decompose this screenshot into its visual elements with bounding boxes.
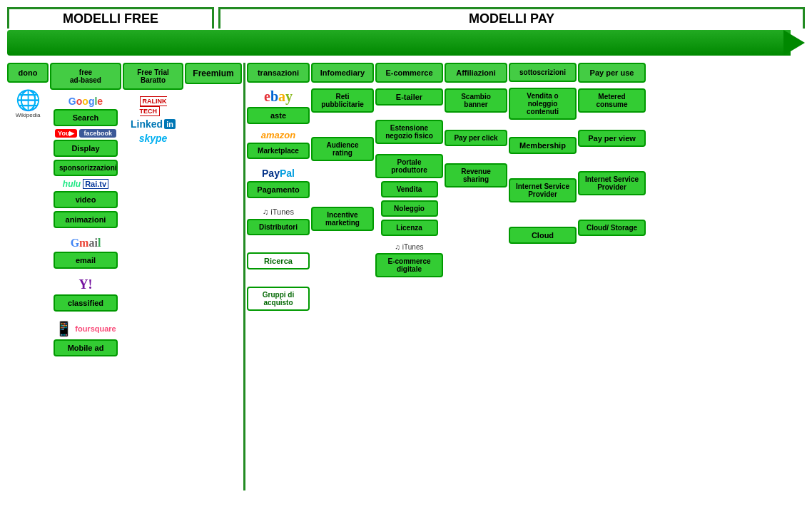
header-payperuse: Pay per use (578, 63, 646, 83)
box-email[interactable]: email (54, 252, 118, 269)
header-freemium: Freemium (185, 63, 242, 84)
box-isp-sott[interactable]: Internet Service Provider (509, 178, 577, 202)
free-label: MODELLI FREE (63, 11, 158, 26)
logo-row-yt-fb: You▶ facebook (55, 129, 116, 138)
box-distributori[interactable]: Distributori (247, 219, 310, 235)
col-infomediary: Infomediary Reti pubblicitarie Audience … (311, 63, 374, 234)
box-display[interactable]: Display (54, 140, 118, 157)
arrow-bar (7, 30, 791, 56)
mobile-icon: 📱 (55, 320, 73, 337)
pay-bracket: MODELLI PAY (218, 7, 805, 29)
box-licenza[interactable]: Licenza (381, 220, 438, 236)
paypal-pal: Pal (280, 168, 295, 179)
box-revenue-sharing[interactable]: Revenue sharing (445, 163, 507, 187)
col-transazioni: transazioni ebay aste amazon Marketplace… (247, 63, 310, 314)
box-incentive-marketing[interactable]: Incentive marketing (311, 207, 374, 231)
box-pagamento[interactable]: Pagamento (247, 181, 310, 198)
header-infomediary: Infomediary (311, 63, 374, 83)
box-vendita[interactable]: Vendita (381, 181, 438, 197)
logo-wikipedia: 🌐 Wikipedia (16, 88, 41, 118)
ralinktech-text: RALINKTECH (140, 96, 167, 116)
box-portale-produttore[interactable]: Portale produttore (375, 154, 443, 178)
wiki-globe-icon: 🌐 (16, 89, 41, 111)
hulu-logo: hulu (63, 179, 81, 189)
wikipedia-text: Wikipedia (16, 112, 41, 118)
logo-itunes: ♫ iTunes (263, 207, 294, 217)
col-affiliazioni: Affiliazioni Scambio banner Pay per clic… (445, 63, 507, 190)
box-etailer[interactable]: E-tailer (375, 88, 443, 106)
box-mobile-ad[interactable]: Mobile ad (54, 339, 118, 356)
col-free-trial: Free TrialBaratto RALINKTECH Linked in s… (123, 63, 183, 147)
logo-google: Google (68, 96, 103, 107)
header-ecommerce: E-commerce (375, 63, 443, 83)
page-container: MODELLI FREE MODELLI PAY dono 🌐 Wikipedi… (0, 0, 812, 498)
box-ecommerce-digitale[interactable]: E-commerce digitale (375, 253, 443, 277)
box-reti-pubblicitarie[interactable]: Reti pubblicitarie (311, 88, 374, 113)
logo-ralinktech: RALINKTECH (140, 96, 167, 115)
box-metered-consume[interactable]: Metered consume (578, 88, 646, 113)
box-estensione[interactable]: Estensione negozio fisico (375, 120, 443, 144)
box-animazioni[interactable]: animazioni (54, 211, 118, 228)
arrow-container (7, 30, 805, 56)
col-free-ad: freead-based Google Search You▶ facebook… (50, 63, 121, 359)
logo-amazon: amazon (261, 130, 295, 140)
amazon-text: amazon (261, 130, 295, 140)
box-vendita-noleggio-contenuti[interactable]: Vendita o noleggio contenuti (509, 88, 577, 120)
logo-itunes2: ♫ iTunes (395, 242, 424, 252)
col-ecommerce: E-commerce E-tailer Estensione negozio f… (375, 63, 443, 280)
col-sottoscrizioni: sottoscrizioni Vendita o noleggio conten… (509, 63, 577, 247)
foursquare-logo: foursquare (75, 324, 116, 333)
header-dono: dono (7, 63, 49, 83)
box-classified[interactable]: classified (54, 294, 118, 312)
header-transazioni: transazioni (247, 63, 310, 83)
box-marketplace[interactable]: Marketplace (247, 143, 310, 159)
top-brackets: MODELLI FREE MODELLI PAY (7, 7, 805, 29)
paypal-pay: Pay (262, 168, 280, 179)
box-cloud-storage[interactable]: Cloud/ Storage (578, 220, 646, 236)
box-pay-per-view[interactable]: Pay per view (578, 130, 646, 147)
box-video[interactable]: video (54, 191, 118, 208)
youtube-logo: You▶ (55, 129, 77, 138)
box-noleggio[interactable]: Noleggio (381, 200, 438, 217)
box-ricerca[interactable]: Ricerca (247, 252, 310, 269)
skype-text: skype (139, 133, 168, 144)
raitv-logo: Rai.tv (83, 179, 108, 189)
logo-row-hulu-rai: hulu Rai.tv (63, 179, 108, 189)
box-sponsorizzazioni[interactable]: sponsorizzazioni (54, 160, 118, 176)
facebook-logo: facebook (79, 129, 116, 138)
logo-row-mobile: 📱 foursquare (55, 320, 116, 337)
linkedin-in: in (164, 119, 176, 129)
logo-linkedin-row: Linked in (131, 118, 176, 130)
box-search[interactable]: Search (54, 109, 118, 126)
header-sottoscrizioni: sottoscrizioni (509, 63, 577, 82)
free-bracket: MODELLI FREE (7, 7, 214, 29)
itunes2-text: ♫ iTunes (395, 243, 424, 251)
header-affiliazioni: Affiliazioni (445, 63, 507, 83)
linkedin-text: Linked (131, 118, 163, 130)
logo-ebay: ebay (264, 88, 293, 105)
col-freemium: Freemium (185, 63, 242, 90)
logo-yahoo: Y! (79, 277, 93, 292)
box-cloud-sott[interactable]: Cloud (509, 227, 577, 244)
v-sep-free-pay (243, 63, 245, 490)
arrow-head (783, 30, 805, 56)
box-aste[interactable]: aste (247, 107, 310, 124)
box-audience-rating[interactable]: Audience rating (311, 137, 374, 161)
header-free-trial: Free TrialBaratto (123, 63, 183, 90)
box-pay-per-click[interactable]: Pay per click (445, 130, 507, 146)
box-scambio-banner[interactable]: Scambio banner (445, 88, 507, 113)
main-content: dono 🌐 Wikipedia freead-based Google Sea… (7, 63, 805, 490)
logo-gmail: Gmail (71, 237, 101, 250)
col-payperuse: Pay per use Metered consume Pay per view… (578, 63, 646, 239)
itunes-text: ♫ iTunes (263, 207, 294, 216)
col-dono: dono 🌐 Wikipedia (7, 63, 49, 123)
logo-skype: skype (139, 133, 168, 144)
header-free-ad: freead-based (50, 63, 121, 90)
box-isp-pay[interactable]: Internet Service Provider (578, 171, 646, 195)
box-gruppi-acquisto[interactable]: Gruppi di acquisto (247, 287, 310, 311)
logo-paypal: PayPal (262, 168, 295, 179)
pay-label: MODELLI PAY (469, 11, 554, 26)
box-membership[interactable]: Membership (509, 137, 577, 154)
